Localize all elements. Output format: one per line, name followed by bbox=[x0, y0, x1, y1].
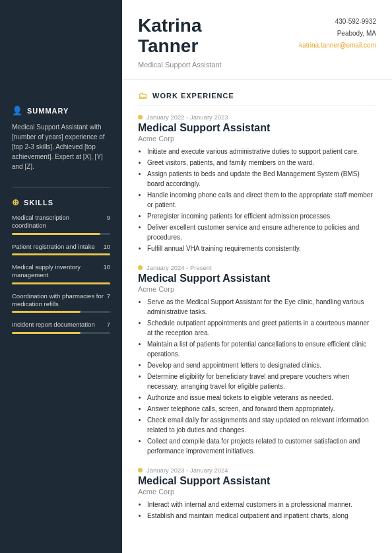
bullet: Answer telephone calls, screen, and forw… bbox=[147, 404, 376, 414]
skill-bar-bg bbox=[12, 332, 110, 334]
bullet: Determine eligibility for beneficiary tr… bbox=[147, 372, 376, 391]
bullet: Fulfill annual VHA training requirements… bbox=[147, 244, 376, 253]
contact-info: 430-592-9932 Peabody, MA katrina.tanner@… bbox=[299, 16, 376, 51]
skill-score: 7 bbox=[107, 292, 110, 300]
skill-name: Coordination with pharmacies for medicat… bbox=[12, 292, 107, 309]
summary-title: 👤 Summary bbox=[12, 106, 110, 115]
skill-bar-fill bbox=[12, 233, 100, 235]
bullet: Maintain a list of patients for potentia… bbox=[147, 339, 376, 359]
skill-bar-bg bbox=[12, 233, 110, 235]
phone: 430-592-9932 bbox=[299, 16, 376, 28]
job-bullets: Interact with internal and external cust… bbox=[138, 500, 376, 521]
job-entry: January 2022 - January 2023 Medical Supp… bbox=[138, 114, 376, 253]
bullet: Collect and compile data for projects re… bbox=[147, 436, 376, 456]
bullet: Develop and send appointment letters to … bbox=[147, 360, 376, 370]
job-entry: January 2023 - January 2024 Medical Supp… bbox=[138, 467, 376, 521]
bullet: Handle incoming phone calls and direct t… bbox=[147, 190, 376, 210]
skill-name: Patient registration and intake bbox=[12, 243, 103, 251]
skill-item: Patient registration and intake 10 bbox=[12, 243, 110, 255]
skill-bar-fill bbox=[12, 253, 110, 255]
job-bullets: Serve as the Medical Support Assistant f… bbox=[138, 297, 376, 456]
email: katrina.tanner@email.com bbox=[299, 40, 376, 51]
skill-bar-fill bbox=[12, 282, 110, 284]
work-experience-section: 🗂 Work Experience January 2022 - January… bbox=[122, 80, 392, 521]
sidebar: 👤 Summary Medical Support Assistant with… bbox=[0, 0, 122, 553]
skill-bar-bg bbox=[12, 311, 110, 313]
skill-bar-fill bbox=[12, 332, 81, 334]
bullet: Greet visitors, patients, and family mem… bbox=[147, 158, 376, 168]
skill-name: Medical supply inventory management bbox=[12, 263, 103, 280]
summary-text: Medical Support Assistant with [number o… bbox=[12, 122, 110, 172]
skill-score: 10 bbox=[103, 243, 110, 250]
bullet: Preregister incoming patients for effici… bbox=[147, 211, 376, 221]
skill-item: Medical transcription coordination 9 bbox=[12, 214, 110, 235]
skills-icon: ⊕ bbox=[12, 197, 20, 207]
bullet: Schedule outpatient appointments and gre… bbox=[147, 318, 376, 338]
job-company: Acme Corp bbox=[138, 285, 376, 293]
skills-divider bbox=[12, 187, 110, 188]
header-top: KatrinaTanner 430-592-9932 Peabody, MA k… bbox=[138, 16, 376, 57]
skill-score: 10 bbox=[103, 263, 110, 271]
bullet: Assign patients to beds and update the B… bbox=[147, 169, 376, 189]
bullet: Initiate and execute various administrat… bbox=[147, 146, 376, 156]
job-bullets: Initiate and execute various administrat… bbox=[138, 146, 376, 253]
name-line1: KatrinaTanner bbox=[138, 16, 201, 57]
skill-bar-bg bbox=[12, 253, 110, 255]
job-date: January 2024 - Present bbox=[138, 264, 376, 271]
bullet: Interact with internal and external cust… bbox=[147, 500, 376, 509]
skill-name: Medical transcription coordination bbox=[12, 214, 107, 230]
work-experience-title: 🗂 Work Experience bbox=[138, 90, 376, 106]
header: KatrinaTanner 430-592-9932 Peabody, MA k… bbox=[122, 0, 392, 80]
skill-bar-bg bbox=[12, 282, 110, 284]
skill-score: 7 bbox=[107, 321, 110, 328]
bullet: Establish and maintain medical outpatien… bbox=[147, 511, 376, 521]
job-date: January 2022 - January 2023 bbox=[138, 114, 376, 121]
skill-item: Incident report documentation 7 bbox=[12, 321, 110, 333]
bullet: Deliver excellent customer service and e… bbox=[147, 222, 376, 242]
skill-name: Incident report documentation bbox=[12, 321, 107, 329]
header-name: KatrinaTanner bbox=[138, 16, 201, 57]
job-company: Acme Corp bbox=[138, 135, 376, 143]
location: Peabody, MA bbox=[299, 28, 376, 40]
summary-section: 👤 Summary Medical Support Assistant with… bbox=[12, 106, 110, 172]
skills-title: ⊕ Skills bbox=[12, 197, 110, 207]
skill-item: Coordination with pharmacies for medicat… bbox=[12, 292, 110, 313]
skills-section: ⊕ Skills Medical transcription coordinat… bbox=[12, 197, 110, 334]
skills-list: Medical transcription coordination 9 Pat… bbox=[12, 214, 110, 334]
job-title-text: Medical Support Assistant bbox=[138, 475, 376, 487]
bullet: Check email daily for assignments and st… bbox=[147, 415, 376, 435]
summary-icon: 👤 bbox=[12, 106, 23, 115]
skill-score: 9 bbox=[107, 214, 110, 221]
jobs-list: January 2022 - January 2023 Medical Supp… bbox=[138, 114, 376, 521]
work-icon: 🗂 bbox=[138, 90, 148, 101]
job-title-text: Medical Support Assistant bbox=[138, 273, 376, 284]
job-entry: January 2024 - Present Medical Support A… bbox=[138, 264, 376, 456]
job-company: Acme Corp bbox=[138, 488, 376, 496]
job-date: January 2023 - January 2024 bbox=[138, 467, 376, 474]
main-content: KatrinaTanner 430-592-9932 Peabody, MA k… bbox=[122, 0, 392, 553]
skill-item: Medical supply inventory management 10 bbox=[12, 263, 110, 284]
job-title: Medical Support Assistant bbox=[138, 61, 376, 69]
job-title-text: Medical Support Assistant bbox=[138, 122, 376, 134]
bullet: Authorize and issue meal tickets to elig… bbox=[147, 393, 376, 403]
skill-bar-fill bbox=[12, 311, 81, 313]
bullet: Serve as the Medical Support Assistant f… bbox=[147, 297, 376, 317]
